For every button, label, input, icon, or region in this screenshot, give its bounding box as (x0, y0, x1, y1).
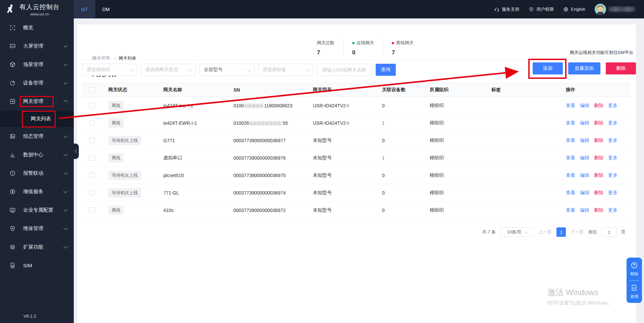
edit-link[interactable]: 编辑 (580, 207, 589, 213)
sidebar-label: SIM (23, 263, 67, 268)
sidebar-item-data-center[interactable]: 数据中心 (0, 146, 74, 164)
consult-button[interactable]: 咨询 (627, 284, 642, 300)
sidebar-item-overview[interactable]: 概览 (0, 18, 74, 37)
delete-link[interactable]: 删除 (594, 120, 603, 126)
edit-link[interactable]: 编辑 (580, 190, 589, 196)
model-select[interactable]: 全部型号 (200, 64, 255, 76)
tag-select[interactable]: 请选择标签 (258, 64, 313, 76)
delete-link[interactable]: 删除 (594, 155, 603, 161)
chevron-down-icon (247, 67, 251, 71)
help-button[interactable]: 帮助 (627, 262, 642, 277)
row-checkbox[interactable] (89, 103, 95, 108)
service-support-link[interactable]: 服务支持 (494, 6, 519, 12)
view-link[interactable]: 查看 (566, 120, 575, 126)
edit-link[interactable]: 编辑 (580, 120, 589, 126)
sidebar-item-gateway-mgmt[interactable]: 网关管理 (0, 92, 74, 111)
next-page-button[interactable]: 下一页 (571, 229, 584, 235)
status-select-placeholder: 请选择网关状态 (145, 67, 178, 73)
col-status: 网关状态 (100, 87, 155, 93)
col-org: 所属组织 (422, 87, 483, 93)
edit-link[interactable]: 编辑 (580, 172, 589, 178)
sidebar-item-enterprise-config[interactable]: 企业专属配置 (0, 201, 74, 219)
batch-add-button[interactable]: 批量添加 (568, 62, 600, 74)
gateway-status-select[interactable]: 请选择网关状态 (141, 64, 196, 76)
delete-link[interactable]: 删除 (594, 172, 603, 178)
goto-page-input[interactable] (602, 227, 616, 237)
tab-iot[interactable]: IoT (74, 0, 95, 18)
sidebar-item-maintenance-mgmt[interactable]: 维保管理 (0, 219, 74, 238)
sidebar-item-value-added[interactable]: 增值服务 (0, 182, 74, 201)
sidebar-item-scene-mgmt[interactable]: 场景管理 (0, 55, 74, 74)
row-checkbox[interactable] (89, 190, 95, 196)
sn-search-field[interactable] (317, 64, 372, 76)
sn-search-input[interactable] (321, 67, 368, 73)
page-size-select[interactable]: 10条/页 (500, 227, 534, 237)
sidebar-item-extensions[interactable]: 扩展功能 (0, 238, 74, 256)
org-name: 根组织 (422, 138, 483, 144)
brand-logo[interactable]: 有人云控制台 www.usr.cn (0, 0, 74, 18)
row-checkbox[interactable] (89, 155, 95, 161)
language-switch[interactable]: English (563, 7, 585, 12)
edit-link[interactable]: 编辑 (580, 155, 589, 161)
view-link[interactable]: 查看 (566, 172, 575, 178)
sidebar-item-screen-mgmt[interactable]: 大屏管理 (0, 37, 74, 55)
more-link[interactable]: 更多 (608, 172, 618, 178)
row-checkbox[interactable] (89, 207, 95, 213)
view-link[interactable]: 查看 (566, 155, 575, 161)
query-button[interactable]: 查询 (376, 64, 396, 76)
delete-link[interactable]: 删除 (594, 138, 603, 144)
pagination-total: 共 7 条 (482, 229, 496, 235)
sidebar-collapse-handle[interactable] (74, 144, 79, 159)
view-link[interactable]: 查看 (566, 207, 575, 213)
current-page-button[interactable]: 1 (556, 227, 566, 237)
row-checkbox[interactable] (89, 172, 95, 178)
sidebar-item-scada-mgmt[interactable]: 组态管理 (0, 127, 74, 146)
sidebar-item-alarm-linkage[interactable]: 报警联动 (0, 164, 74, 182)
stat-offline-label: 离线网关 (396, 40, 414, 46)
breadcrumb: 网关管理 网关列表 (92, 55, 136, 61)
view-link[interactable]: 查看 (566, 190, 575, 196)
device-count-link[interactable]: 1 (382, 155, 385, 161)
delete-link[interactable]: 删除 (594, 207, 603, 213)
edit-link[interactable]: 编辑 (580, 103, 589, 109)
username-redacted (608, 7, 635, 12)
more-link[interactable]: 更多 (608, 138, 618, 144)
chevron-down-icon (63, 133, 68, 138)
row-checkbox[interactable] (89, 120, 95, 126)
sidebar-item-sim[interactable]: SIM (0, 256, 74, 275)
chevron-left-icon (75, 149, 78, 153)
more-link[interactable]: 更多 (608, 103, 618, 109)
tab-dm[interactable]: DM (95, 0, 117, 18)
add-button[interactable]: 添加 (533, 62, 563, 74)
view-link[interactable]: 查看 (566, 103, 575, 109)
stat-total-label: 网关总数 (317, 40, 334, 46)
row-operations: 查看 编辑 删除 更多 (558, 103, 631, 109)
gateway-sn: 00037739000000036972 (225, 208, 305, 213)
sidebar-item-device-mgmt[interactable]: 设备管理 (0, 74, 74, 92)
more-link[interactable]: 更多 (608, 155, 618, 161)
user-permission-link[interactable]: 用户权限 (529, 6, 554, 12)
breadcrumb-parent[interactable]: 网关管理 (92, 55, 110, 61)
user-account[interactable] (595, 4, 635, 15)
gateway-model: 未知型号 (305, 207, 374, 213)
delete-link[interactable]: 删除 (594, 103, 603, 109)
edit-link[interactable]: 编辑 (580, 138, 589, 144)
device-count-link[interactable]: 1 (382, 120, 385, 126)
more-link[interactable]: 更多 (608, 207, 618, 213)
delete-button[interactable]: 删除 (606, 62, 636, 74)
stat-offline: 离线网关 7 (383, 40, 422, 56)
delete-link[interactable]: 删除 (594, 190, 603, 196)
org-select-placeholder: 请选择组织 (87, 67, 110, 73)
row-checkbox[interactable] (89, 138, 95, 143)
sidebar-label: 大屏管理 (23, 43, 57, 49)
prev-page-button[interactable]: 上一页 (539, 229, 552, 235)
more-link[interactable]: 更多 (608, 120, 618, 126)
more-link[interactable]: 更多 (608, 190, 618, 196)
stat-online: 在线网关 0 (343, 40, 383, 56)
org-select[interactable]: 请选择组织 (82, 64, 137, 76)
sidebar: 概览 大屏管理 场景管理 设备管理 (0, 18, 74, 323)
select-all-checkbox[interactable] (89, 87, 95, 93)
sidebar-item-gateway-list-active[interactable]: 网关列表 (0, 111, 74, 127)
view-link[interactable]: 查看 (566, 138, 575, 144)
table-row: 离线 io424T-ewr-i-2 010011800008823 USR-IO… (82, 97, 631, 114)
